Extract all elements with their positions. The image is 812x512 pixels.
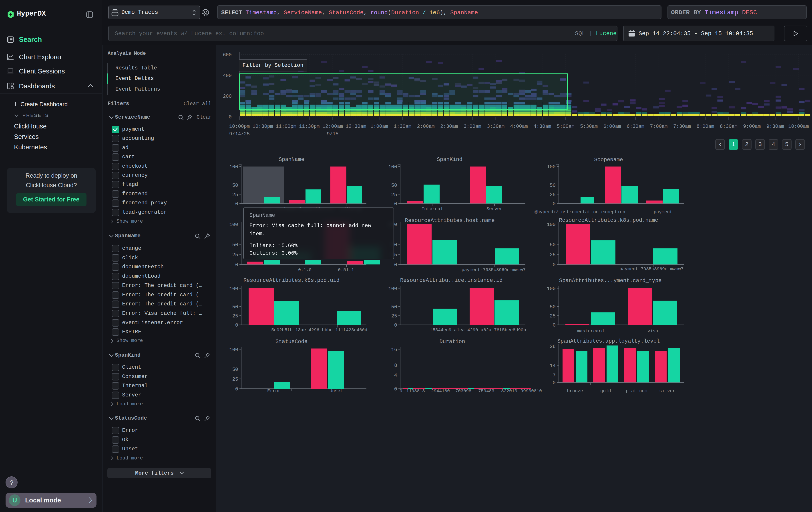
svg-text:600: 600 <box>223 52 232 58</box>
svg-text:822013: 822013 <box>501 388 517 394</box>
svg-text:6:00am: 6:00am <box>604 124 621 129</box>
svg-text:SpanKind: SpanKind <box>437 157 462 162</box>
svg-text:25: 25 <box>550 192 556 198</box>
svg-text:50: 50 <box>232 242 238 248</box>
svg-text:f5344ec9-a1ea-4290-a62a-78f5be: f5344ec9-a1ea-4290-a62a-78f5bee8d90b <box>430 327 526 332</box>
svg-text:1:30am: 1:30am <box>394 124 411 129</box>
svg-text:9/14/25: 9/14/25 <box>229 131 250 137</box>
svg-text:Error: Error <box>267 388 281 394</box>
svg-text:0: 0 <box>553 380 556 386</box>
svg-text:11:30pm: 11:30pm <box>299 124 320 129</box>
svg-text:12:00am: 12:00am <box>322 124 343 129</box>
svg-text:2944180: 2944180 <box>431 388 450 394</box>
svg-text:5e02b5fb-13ae-4296-bbbc-111f42: 5e02b5fb-13ae-4296-bbbc-111f423c460d <box>271 327 367 332</box>
svg-text:10:00pm: 10:00pm <box>229 124 250 129</box>
svg-text:50: 50 <box>232 367 238 372</box>
svg-text:ResourceAttributes.k8s.pod.uid: ResourceAttributes.k8s.pod.uid <box>243 277 340 284</box>
svg-text:platinum: platinum <box>626 388 647 394</box>
svg-text:4:00am: 4:00am <box>510 124 528 129</box>
svg-text:SpanName: SpanName <box>279 157 304 162</box>
svg-text:703098: 703098 <box>455 388 471 394</box>
svg-text:25: 25 <box>232 252 238 258</box>
svg-text:759483: 759483 <box>478 388 494 394</box>
svg-text:payment: payment <box>654 210 672 215</box>
svg-text:12:30am: 12:30am <box>346 124 366 129</box>
svg-text:3:30am: 3:30am <box>487 124 504 129</box>
svg-text:SpanAttributes.app.loyalty.lev: SpanAttributes.app.loyalty.level <box>557 338 660 344</box>
svg-text:0.51.1: 0.51.1 <box>338 267 354 272</box>
svg-text:16: 16 <box>391 347 397 353</box>
svg-text:payment-7985c8969c-mwmw7: payment-7985c8969c-mwmw7 <box>619 266 684 272</box>
svg-text:50: 50 <box>550 242 556 248</box>
svg-text:100: 100 <box>229 164 238 170</box>
svg-text:1:00am: 1:00am <box>371 124 388 129</box>
svg-text:25: 25 <box>391 314 397 319</box>
svg-text:bronze: bronze <box>567 388 583 394</box>
svg-text:9:30am: 9:30am <box>766 124 784 129</box>
svg-text:28: 28 <box>550 344 556 350</box>
svg-text:50: 50 <box>391 304 397 310</box>
svg-text:0: 0 <box>235 201 238 207</box>
svg-text:100: 100 <box>388 164 397 170</box>
svg-text:50: 50 <box>550 304 556 310</box>
svg-text:100: 100 <box>229 347 238 353</box>
svg-text:8: 8 <box>394 363 397 369</box>
svg-text:8:00am: 8:00am <box>697 124 714 129</box>
svg-text:ResourceAttributes.host.name: ResourceAttributes.host.name <box>405 217 494 223</box>
svg-text:0: 0 <box>394 262 397 268</box>
svg-text:mastercard: mastercard <box>577 329 604 334</box>
svg-text:6:30am: 6:30am <box>627 124 644 129</box>
svg-text:0: 0 <box>229 114 232 120</box>
svg-text:3:00am: 3:00am <box>464 124 481 129</box>
svg-text:ResourceAttribu..ice.instance.: ResourceAttribu..ice.instance.id <box>400 277 503 284</box>
svg-text:0: 0 <box>235 323 238 328</box>
svg-text:ResourceAttributes.k8s.pod.nam: ResourceAttributes.k8s.pod.name <box>559 217 658 223</box>
svg-text:50: 50 <box>391 183 397 188</box>
svg-text:25: 25 <box>232 192 238 198</box>
svg-text:silver: silver <box>659 388 675 394</box>
svg-text:StatusCode: StatusCode <box>276 339 308 345</box>
svg-text:10:30pm: 10:30pm <box>253 124 273 129</box>
svg-text:2:00am: 2:00am <box>417 124 435 129</box>
svg-text:100: 100 <box>388 286 397 292</box>
svg-text:400: 400 <box>223 73 232 79</box>
svg-text:99930810: 99930810 <box>521 388 542 394</box>
svg-text:7:30am: 7:30am <box>673 124 691 129</box>
svg-text:8:30am: 8:30am <box>720 124 737 129</box>
svg-text:2:30am: 2:30am <box>440 124 458 129</box>
svg-text:@hyperdx/instrumentation-excep: @hyperdx/instrumentation-exception <box>534 210 625 215</box>
svg-text:200: 200 <box>223 94 232 99</box>
svg-text:5:30am: 5:30am <box>580 124 598 129</box>
svg-text:0: 0 <box>553 323 556 328</box>
svg-text:0.1.0: 0.1.0 <box>298 267 312 272</box>
svg-text:100: 100 <box>229 286 238 292</box>
svg-text:100: 100 <box>229 222 238 227</box>
svg-text:7: 7 <box>553 373 556 378</box>
svg-text:SpanAttributes...yment.card_ty: SpanAttributes...yment.card_type <box>559 277 662 284</box>
svg-text:1198813: 1198813 <box>406 388 425 394</box>
svg-text:Server: Server <box>487 206 502 212</box>
svg-text:9:00am: 9:00am <box>743 124 761 129</box>
svg-text:gold: gold <box>600 388 611 394</box>
svg-text:0: 0 <box>553 201 556 207</box>
svg-text:visa: visa <box>647 329 658 334</box>
svg-text:25: 25 <box>550 252 556 258</box>
svg-text:25: 25 <box>391 192 397 198</box>
svg-text:50: 50 <box>232 304 238 310</box>
svg-text:0: 0 <box>553 262 556 268</box>
svg-text:0: 0 <box>235 262 238 268</box>
svg-text:50: 50 <box>232 183 238 188</box>
svg-text:4:30am: 4:30am <box>533 124 551 129</box>
svg-text:0: 0 <box>235 386 238 392</box>
svg-text:25: 25 <box>550 314 556 319</box>
svg-text:14: 14 <box>550 363 556 369</box>
svg-text:10:00am: 10:00am <box>788 124 809 129</box>
svg-text:0: 0 <box>394 323 397 328</box>
svg-text:100: 100 <box>547 222 556 227</box>
svg-text:100: 100 <box>547 286 556 292</box>
svg-text:7:00am: 7:00am <box>650 124 667 129</box>
svg-text:0: 0 <box>394 201 397 207</box>
svg-text:25: 25 <box>232 377 238 382</box>
svg-text:payment-7985c8969c-mwmw7: payment-7985c8969c-mwmw7 <box>462 267 526 272</box>
svg-text:4: 4 <box>394 373 397 378</box>
